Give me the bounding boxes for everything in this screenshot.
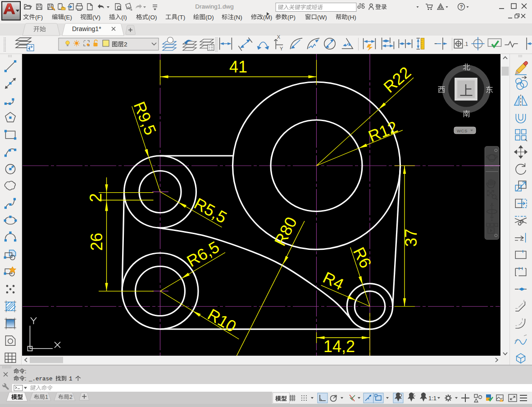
svg-text:(T): (T)	[177, 14, 185, 21]
svg-text:(N): (N)	[234, 14, 242, 21]
svg-text:?: ?	[460, 4, 463, 9]
svg-text:(W): (W)	[317, 14, 327, 21]
svg-text:!: !	[501, 398, 502, 402]
svg-text:Y: Y	[280, 46, 283, 51]
svg-text:.1: .1	[464, 41, 468, 47]
svg-text:(V): (V)	[92, 14, 100, 21]
svg-text:(O): (O)	[148, 14, 157, 21]
svg-text:Drawing1.dwg: Drawing1.dwg	[195, 3, 234, 10]
svg-text:26: 26	[87, 233, 106, 251]
svg-text:(P): (P)	[287, 14, 296, 21]
svg-text:1: 1	[45, 394, 48, 400]
svg-text::: :	[25, 368, 26, 375]
svg-text:X: X	[277, 34, 281, 40]
svg-text:Drawing1*: Drawing1*	[72, 25, 101, 32]
svg-text:2: 2	[124, 41, 127, 48]
svg-text:37: 37	[402, 229, 420, 247]
svg-text:2: 2	[69, 394, 73, 400]
svg-text:_.erase: _.erase	[28, 376, 53, 382]
svg-text::: :	[25, 375, 26, 382]
svg-text:1: 1	[69, 376, 73, 382]
svg-text:2: 2	[86, 193, 105, 202]
svg-text:(F): (F)	[35, 14, 43, 21]
svg-text:14,2: 14,2	[323, 337, 355, 356]
svg-text:(I): (I)	[121, 14, 127, 21]
svg-text:(H): (H)	[348, 14, 356, 21]
svg-text:(E): (E)	[64, 14, 72, 21]
svg-text:41: 41	[229, 58, 247, 76]
svg-text:(D): (D)	[205, 14, 214, 21]
svg-text:WCS: WCS	[457, 128, 468, 133]
svg-text:1:1: 1:1	[428, 395, 437, 402]
